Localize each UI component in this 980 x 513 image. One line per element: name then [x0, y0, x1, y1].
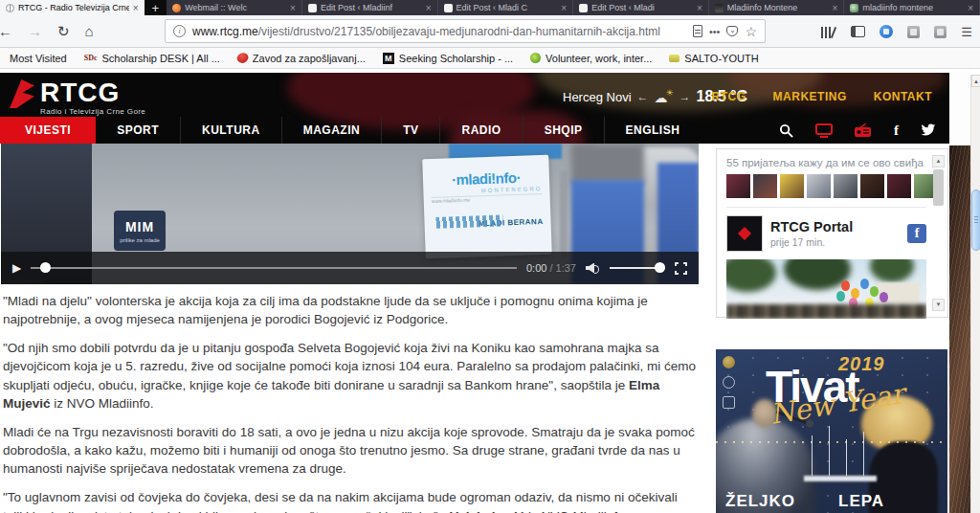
fb-page-name[interactable]: RTCG Portal [770, 219, 853, 234]
tab-close-icon[interactable]: × [968, 3, 973, 13]
extension-icon-1[interactable] [907, 26, 920, 38]
video-player[interactable]: ·mladi!nfo· MONTENEGRO www.mladiinfo.me … [1, 144, 699, 284]
divider [726, 207, 926, 208]
bookmark-most-visited[interactable]: Most Visited [10, 53, 67, 64]
nav-kultura[interactable]: KULTURA [181, 117, 282, 144]
site-info-icon[interactable]: i [173, 25, 186, 37]
doc-favicon [308, 4, 317, 12]
page-scrollbar[interactable]: ▲ [970, 75, 980, 513]
nav-sport[interactable]: SPORT [96, 117, 181, 144]
seek-bar[interactable] [31, 263, 517, 273]
tab-close-icon[interactable]: × [426, 3, 432, 13]
toplink-rtcg[interactable]: RTCG [712, 90, 746, 103]
facebook-logo-icon[interactable]: f [907, 224, 926, 243]
weather-cloud-sun-icon: ☀ ☁ [655, 90, 674, 103]
nav-magazin[interactable]: MAGAZIN [282, 117, 383, 144]
page-viewport: RTCG Radio i Televizija Crne Gore Herceg… [0, 69, 980, 513]
avatar[interactable] [780, 174, 804, 198]
article-paragraph: Mladi će na Trgu nezavisnosti boraviti d… [3, 423, 706, 478]
tab-close-icon[interactable]: × [290, 3, 296, 13]
avatar[interactable] [834, 174, 858, 198]
scroll-up-icon[interactable]: ▲ [932, 155, 945, 167]
tab-close-icon[interactable]: × [561, 3, 567, 13]
sidebar-toggle-icon[interactable] [851, 26, 865, 37]
prev-city-arrow-icon[interactable]: ← [637, 90, 649, 103]
tab-mladiinfo-2[interactable]: mladiinfo montene × [844, 0, 980, 15]
extension-icon-2[interactable] [934, 26, 947, 38]
tv-icon[interactable] [815, 123, 833, 138]
menu-icon[interactable]: ☰ [961, 25, 972, 39]
next-city-arrow-icon[interactable]: → [679, 90, 691, 103]
tab-edit-post-3[interactable]: Edit Post ‹ Mladi × [573, 0, 709, 15]
url-text[interactable]: www.rtcg.me/vijesti/drustvo/217135/obilj… [192, 25, 686, 38]
rtcg-logo[interactable]: RTCG Radio i Televizija Crne Gore [10, 79, 145, 116]
bookmark-star-icon[interactable]: ☆ [745, 24, 757, 39]
avatar[interactable] [887, 174, 911, 198]
back-button[interactable]: ← [0, 23, 12, 39]
volume-icon[interactable] [586, 262, 600, 275]
navigation-toolbar: ← → ↻ ⌂ i www.rtcg.me/vijesti/drustvo/21… [0, 15, 980, 48]
home-button[interactable]: ⌂ [85, 23, 94, 39]
nav-radio[interactable]: RADIO [440, 117, 523, 144]
avatar[interactable] [860, 174, 884, 198]
play-button[interactable]: ▶ [12, 261, 21, 275]
avatar[interactable] [753, 174, 777, 198]
new-tab-button[interactable]: + [145, 0, 167, 15]
scroll-down-icon[interactable]: ▼ [932, 299, 945, 311]
tab-close-icon[interactable]: × [133, 3, 139, 13]
reload-button[interactable]: ↻ [57, 23, 70, 40]
widget-scrollbar[interactable]: ▲ ▼ [932, 155, 945, 311]
library-icon[interactable] [821, 26, 836, 38]
toplink-kontakt[interactable]: KONTAKT [874, 90, 932, 103]
avatar[interactable] [807, 174, 831, 198]
tab-title: Webmail :: Welc [185, 3, 286, 12]
rtcg-portal-avatar[interactable] [726, 215, 763, 252]
seek-handle[interactable] [40, 262, 51, 273]
tivat-new-year-ad[interactable]: 2019 Tivat New Year ŽELJKO LEPA [716, 349, 947, 513]
bookmark-volunteer[interactable]: Volunteer, work, inter... [530, 53, 652, 64]
m-icon: M [383, 53, 394, 64]
nav-shqip[interactable]: SHQIP [523, 117, 605, 144]
radio-icon[interactable] [855, 123, 872, 137]
tab-webmail[interactable]: Webmail :: Welc × [167, 0, 302, 15]
page-background [949, 69, 970, 145]
pocket-icon[interactable]: ⌄ [726, 26, 738, 36]
tab-mladiinfo-1[interactable]: Mladiinfo Montene × [709, 0, 845, 15]
url-domain: www.rtcg.me [192, 25, 258, 38]
page-actions-icon[interactable]: ••• [709, 26, 721, 37]
scroll-up-icon[interactable]: ▲ [971, 75, 980, 87]
scroll-thumb[interactable] [933, 169, 944, 206]
tab-active-rtcg[interactable]: RTCG - Radio Televizija Crne G × [0, 0, 145, 15]
nav-english[interactable]: ENGLISH [605, 117, 702, 144]
nav-tv[interactable]: TV [382, 117, 440, 144]
scroll-thumb[interactable] [971, 190, 980, 251]
bookmark-salto-youth[interactable]: SALTO-YOUTH [669, 53, 758, 64]
nav-vijesti[interactable]: VIJESTI [0, 117, 96, 144]
tab-edit-post-2[interactable]: Edit Post ‹ Mladi C × [438, 0, 574, 15]
tab-title: Mladiinfo Montene [727, 3, 829, 12]
forward-button[interactable]: → [28, 23, 42, 39]
extension-blue-icon[interactable] [880, 25, 893, 38]
bookmark-zavod[interactable]: Zavod za zapošljavanj... [237, 53, 366, 64]
time-display: 0:00 / 1:37 [526, 262, 576, 274]
weather-city: Herceg Novi [563, 90, 632, 104]
volume-handle[interactable] [655, 262, 665, 273]
avatar[interactable] [726, 174, 750, 198]
reader-mode-icon[interactable] [693, 25, 702, 37]
facebook-icon[interactable]: f [894, 123, 899, 139]
fb-post-photo[interactable] [726, 259, 926, 319]
tab-close-icon[interactable]: × [697, 3, 702, 13]
twitter-icon[interactable] [921, 123, 936, 137]
bookmark-scholarship-desk[interactable]: SDcScholarship DESK | All ... [84, 53, 220, 64]
volume-slider[interactable] [610, 263, 665, 273]
tab-edit-post-1[interactable]: Edit Post ‹ Mladiinf × [302, 0, 438, 15]
balloon [870, 286, 879, 297]
url-bar[interactable]: i www.rtcg.me/vijesti/drustvo/217135/obi… [165, 19, 766, 43]
photo-crowd [726, 304, 926, 319]
search-icon[interactable] [779, 123, 793, 138]
tab-close-icon[interactable]: × [833, 3, 838, 13]
fullscreen-icon[interactable] [675, 262, 687, 275]
ad-emblems [723, 356, 735, 409]
bookmark-seeking-scholarship[interactable]: MSeeking Scholarship - ... [383, 53, 513, 64]
toplink-marketing[interactable]: MARKETING [773, 90, 847, 103]
